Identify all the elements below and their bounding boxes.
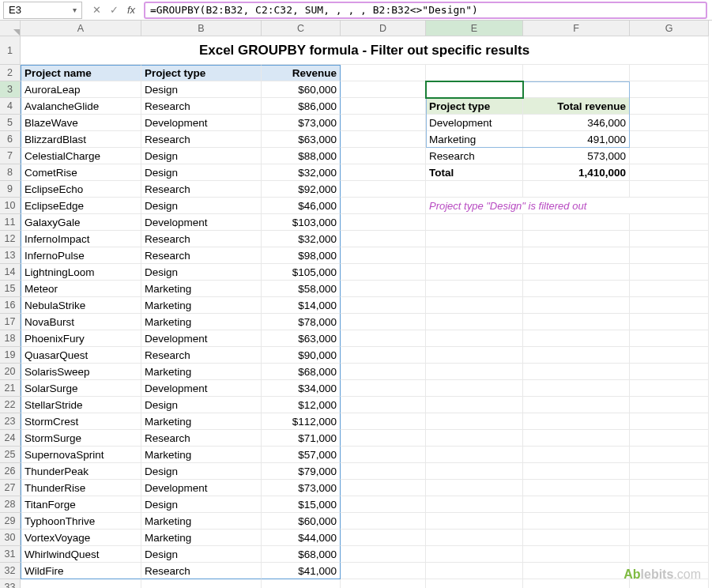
cell-project-type[interactable]: Design [141, 546, 262, 563]
cell[interactable] [630, 148, 709, 164]
spreadsheet-grid[interactable]: ABCDEFG1Excel GROUPBY formula - Filter o… [0, 21, 712, 588]
row-header-20[interactable]: 20 [0, 364, 21, 380]
cell-revenue[interactable]: $92,000 [262, 181, 341, 198]
cell-revenue[interactable]: $73,000 [262, 480, 341, 496]
cell[interactable] [523, 247, 630, 264]
cell[interactable] [341, 297, 426, 314]
cell[interactable] [523, 513, 630, 530]
cell[interactable] [341, 480, 426, 496]
cell[interactable] [426, 447, 523, 463]
result-total-value[interactable]: 1,410,000 [523, 164, 630, 181]
cell-project-name[interactable]: SupernovaSprint [21, 447, 141, 463]
cell[interactable] [630, 98, 709, 115]
cell-project-name[interactable]: CelestialCharge [21, 148, 141, 164]
result-value[interactable]: 573,000 [523, 148, 630, 164]
cell-project-name[interactable]: LightningLoom [21, 264, 141, 281]
cell[interactable] [426, 65, 523, 81]
cell[interactable] [341, 148, 426, 164]
cell-project-name[interactable]: SolarisSweep [21, 364, 141, 380]
row-header-15[interactable]: 15 [0, 281, 21, 297]
cell-revenue[interactable]: $79,000 [262, 463, 341, 480]
cell[interactable] [630, 413, 709, 430]
cell[interactable] [341, 579, 426, 588]
row-header-4[interactable]: 4 [0, 98, 21, 115]
cell[interactable] [341, 214, 426, 231]
cell-project-type[interactable]: Marketing [141, 364, 262, 380]
cell[interactable] [341, 513, 426, 530]
cell-project-name[interactable]: GalaxyGale [21, 214, 141, 231]
cell[interactable] [341, 198, 426, 214]
cell[interactable] [426, 480, 523, 496]
cell[interactable] [630, 115, 709, 131]
cell-project-type[interactable]: Marketing [141, 281, 262, 297]
cell-project-name[interactable]: PhoenixFury [21, 330, 141, 347]
cell[interactable] [341, 98, 426, 115]
cell-project-name[interactable]: ThunderRise [21, 480, 141, 496]
row-header-9[interactable]: 9 [0, 181, 21, 198]
result-type[interactable]: Research [426, 148, 523, 164]
cell[interactable] [630, 347, 709, 364]
cell-project-name[interactable]: TitanForge [21, 496, 141, 513]
cell[interactable] [341, 247, 426, 264]
result-total-label[interactable]: Total [426, 164, 523, 181]
cell[interactable] [523, 413, 630, 430]
cell[interactable] [341, 264, 426, 281]
result-value[interactable]: 491,000 [523, 131, 630, 148]
cell[interactable] [523, 81, 630, 98]
cell[interactable] [630, 214, 709, 231]
cell[interactable] [341, 281, 426, 297]
cell-project-name[interactable]: WildFire [21, 563, 141, 579]
cell-revenue[interactable]: $46,000 [262, 198, 341, 214]
cell[interactable] [523, 314, 630, 330]
cell[interactable] [523, 579, 630, 588]
cancel-icon[interactable]: ✕ [90, 4, 103, 16]
row-header-23[interactable]: 23 [0, 413, 21, 430]
cell[interactable] [426, 231, 523, 247]
cell[interactable] [341, 413, 426, 430]
cell[interactable] [523, 397, 630, 413]
cell-project-type[interactable]: Design [141, 148, 262, 164]
cell[interactable] [630, 164, 709, 181]
row-header-18[interactable]: 18 [0, 330, 21, 347]
cell[interactable] [630, 181, 709, 198]
result-type[interactable]: Marketing [426, 131, 523, 148]
cell-revenue[interactable]: $88,000 [262, 148, 341, 164]
cell[interactable] [523, 281, 630, 297]
cell[interactable] [426, 314, 523, 330]
cell[interactable] [426, 297, 523, 314]
cell[interactable] [630, 65, 709, 81]
cell-project-type[interactable]: Research [141, 131, 262, 148]
cell-project-type[interactable]: Research [141, 98, 262, 115]
name-box[interactable]: E3 ▾ [3, 2, 82, 19]
cell[interactable] [341, 496, 426, 513]
cell[interactable] [523, 364, 630, 380]
cell-project-name[interactable]: InfernoImpact [21, 231, 141, 247]
cell[interactable] [523, 214, 630, 231]
cell[interactable] [523, 563, 630, 579]
cell-revenue[interactable]: $105,000 [262, 264, 341, 281]
cell[interactable] [426, 463, 523, 480]
cell[interactable] [341, 115, 426, 131]
cell[interactable] [523, 430, 630, 447]
row-header-28[interactable]: 28 [0, 496, 21, 513]
row-header-22[interactable]: 22 [0, 397, 21, 413]
cell-project-name[interactable]: ThunderPeak [21, 463, 141, 480]
cell-project-type[interactable]: Design [141, 198, 262, 214]
cell-project-type[interactable]: Design [141, 463, 262, 480]
col-header-A[interactable]: A [21, 21, 141, 36]
cell-revenue[interactable]: $68,000 [262, 364, 341, 380]
cell-revenue[interactable]: $60,000 [262, 81, 341, 98]
cell-revenue[interactable]: $78,000 [262, 314, 341, 330]
cell[interactable] [523, 65, 630, 81]
cell[interactable] [523, 347, 630, 364]
cell[interactable] [523, 181, 630, 198]
cell-revenue[interactable]: $32,000 [262, 231, 341, 247]
row-header-21[interactable]: 21 [0, 380, 21, 397]
cell-project-name[interactable]: InfernoPulse [21, 247, 141, 264]
row-header-7[interactable]: 7 [0, 148, 21, 164]
cell[interactable] [630, 430, 709, 447]
cell[interactable] [341, 397, 426, 413]
cell-project-type[interactable]: Design [141, 164, 262, 181]
cell-project-name[interactable]: QuasarQuest [21, 347, 141, 364]
cell-project-name[interactable]: Meteor [21, 281, 141, 297]
